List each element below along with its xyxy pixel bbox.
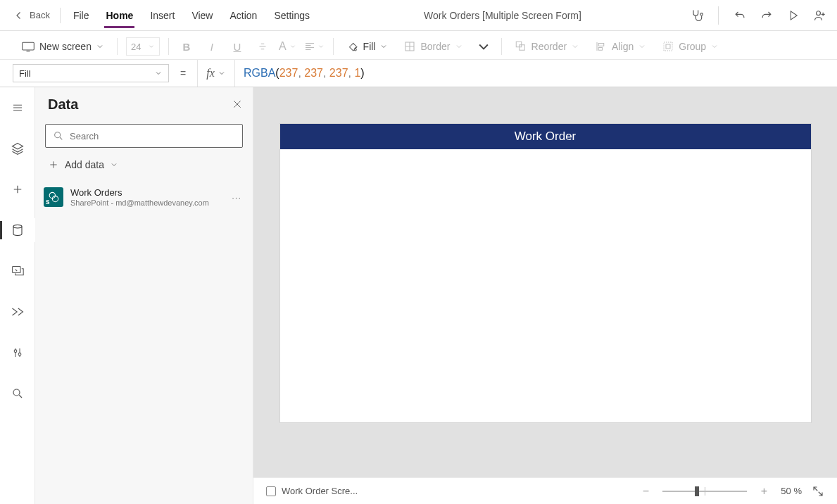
group-label: Group: [679, 41, 706, 52]
separator: [60, 8, 61, 23]
search-icon: [11, 387, 24, 400]
fx-button[interactable]: fx: [197, 60, 235, 87]
rail-search-button[interactable]: [0, 382, 35, 405]
svg-rect-4: [516, 42, 522, 47]
layers-icon: [11, 141, 25, 156]
formula-token-d: 1: [354, 67, 360, 80]
strikethrough-button: [253, 37, 272, 56]
zoom-out-button[interactable]: −: [638, 484, 653, 498]
svg-rect-9: [666, 44, 670, 49]
data-search-input[interactable]: [45, 124, 243, 148]
app-header-title: Work Order: [515, 130, 577, 144]
data-source-item[interactable]: s Work Orders SharePoint - md@matthewdev…: [35, 180, 253, 215]
tab-file[interactable]: File: [65, 0, 98, 31]
redo-button[interactable]: [757, 6, 776, 25]
font-size-input: 24: [126, 37, 160, 56]
text-align-button: [303, 40, 325, 53]
svg-rect-8: [664, 42, 672, 51]
rail-tools-button[interactable]: [0, 341, 35, 365]
add-data-label: Add data: [65, 159, 104, 170]
search-icon: [53, 130, 64, 141]
data-source-title: Work Orders: [70, 187, 222, 199]
data-source-subtitle: SharePoint - md@matthewdevaney.com: [70, 199, 222, 208]
people-add-icon: [813, 8, 827, 23]
media-icon: [11, 265, 25, 277]
reorder-button: Reorder: [510, 37, 584, 56]
tab-home[interactable]: Home: [97, 0, 141, 31]
close-icon: [232, 99, 243, 110]
play-button[interactable]: [783, 6, 803, 25]
reorder-icon: [515, 40, 527, 53]
chevron-down-icon: [148, 43, 155, 50]
fill-color-button[interactable]: Fill: [342, 37, 393, 56]
chevron-down-icon: [317, 43, 325, 50]
zoom-value: 50 %: [781, 486, 802, 496]
rail-data-button[interactable]: [0, 218, 35, 242]
svg-point-10: [13, 225, 22, 229]
data-search-field[interactable]: [70, 131, 235, 141]
plus-icon: [48, 159, 59, 170]
plus-icon: [11, 183, 24, 196]
svg-point-15: [55, 132, 61, 138]
tab-action[interactable]: Action: [221, 0, 265, 31]
new-screen-label: New screen: [39, 41, 92, 52]
zoom-slider[interactable]: [662, 484, 747, 498]
svg-point-0: [700, 13, 703, 15]
database-icon: [11, 223, 24, 237]
svg-point-12: [14, 350, 17, 353]
chevron-down-icon: [379, 42, 388, 51]
properties-confirm-button[interactable]: [474, 37, 493, 56]
align-left-icon: [303, 40, 316, 53]
separator: [501, 38, 502, 55]
hamburger-icon: [11, 101, 24, 114]
border-button: Border: [399, 37, 467, 56]
bold-button: B: [177, 37, 196, 56]
app-title: Work Orders [Multiple Screen Form]: [318, 10, 687, 21]
app-checker-button[interactable]: [687, 6, 707, 25]
separator: [117, 38, 118, 55]
app-screen[interactable]: Work Order: [280, 124, 811, 422]
formula-input[interactable]: RGBA(237, 237, 237, 1): [235, 60, 837, 87]
tab-settings[interactable]: Settings: [265, 0, 318, 31]
data-panel-close-button[interactable]: [232, 99, 243, 110]
new-screen-button[interactable]: New screen: [17, 38, 108, 55]
formula-token-c: 237: [329, 67, 348, 80]
rail-tree-button[interactable]: [0, 137, 35, 160]
data-source-more-button[interactable]: ···: [229, 192, 244, 203]
formula-token-b: 237: [304, 67, 323, 80]
undo-button[interactable]: [730, 6, 750, 25]
font-size-value: 24: [131, 42, 141, 52]
svg-rect-5: [519, 45, 524, 51]
rail-hamburger-button[interactable]: [0, 96, 35, 120]
tab-insert[interactable]: Insert: [141, 0, 183, 31]
add-data-button[interactable]: Add data: [35, 155, 253, 180]
fit-to-window-button[interactable]: [812, 485, 824, 498]
property-selector[interactable]: Fill: [13, 64, 169, 82]
svg-rect-6: [598, 44, 604, 46]
stethoscope-icon: [690, 8, 704, 23]
rail-insert-button[interactable]: [0, 177, 35, 201]
border-label: Border: [420, 41, 450, 52]
formula-token-a: 237: [279, 67, 298, 80]
align-label: Align: [612, 41, 634, 52]
screen-checkbox-icon: [266, 486, 276, 496]
sliders-icon: [11, 346, 24, 360]
border-icon: [403, 40, 416, 53]
zoom-in-button[interactable]: +: [757, 484, 771, 498]
share-button[interactable]: [810, 6, 830, 25]
app-header-bar[interactable]: Work Order: [280, 124, 811, 149]
rail-flows-button[interactable]: [0, 300, 35, 324]
canvas-viewport[interactable]: Work Order: [253, 87, 837, 477]
undo-icon: [733, 8, 747, 23]
strikethrough-icon: [256, 40, 269, 53]
screen-selector[interactable]: Work Order Scre...: [266, 486, 358, 496]
chevron-down-icon: [218, 69, 226, 77]
reorder-label: Reorder: [531, 41, 567, 52]
paint-bucket-icon: [346, 40, 359, 53]
separator: [168, 38, 169, 55]
arrow-left-icon: [13, 9, 25, 22]
screen-icon: [21, 41, 35, 52]
rail-media-button[interactable]: [0, 259, 35, 283]
back-button[interactable]: Back: [7, 0, 56, 30]
tab-view[interactable]: View: [183, 0, 221, 31]
